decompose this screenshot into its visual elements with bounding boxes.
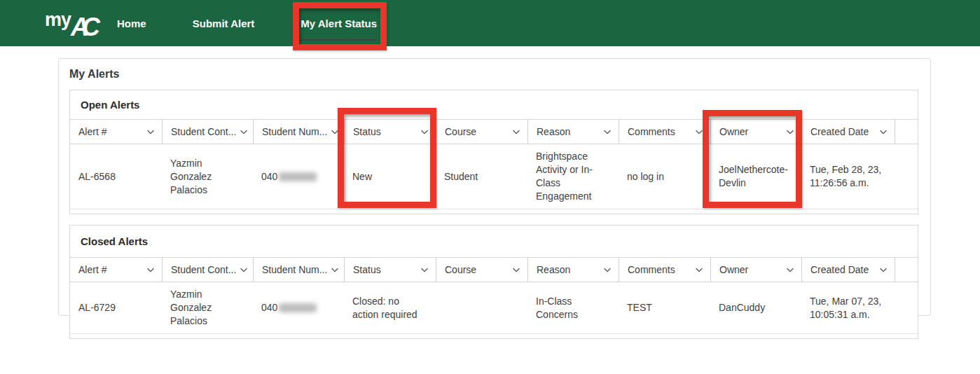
chevron-down-icon[interactable] <box>878 265 888 275</box>
column-header-alert-number[interactable]: Alert # <box>70 258 162 282</box>
column-header-course[interactable]: Course <box>436 120 527 144</box>
cell-course <box>436 282 527 333</box>
nav-submit-alert[interactable]: Submit Alert <box>193 12 255 35</box>
page: myAC Home Submit Alert My Alert Status M… <box>0 0 980 374</box>
column-header-comments[interactable]: Comments <box>619 120 710 144</box>
column-header-comments[interactable]: Comments <box>619 258 710 282</box>
open-alerts-title: Open Alerts <box>70 90 918 120</box>
table-row: AL-6568 Yazmin Gonzalez Palacios 040 New… <box>70 144 918 209</box>
column-header-created-date[interactable]: Created Date <box>801 120 895 144</box>
chevron-down-icon[interactable] <box>511 265 521 275</box>
open-alerts-table: Open Alerts Alert # Student Cont... Stud… <box>69 90 918 214</box>
chevron-down-icon[interactable] <box>239 127 249 137</box>
closed-alerts-header-row: Alert # Student Cont... Student Num... S… <box>70 258 918 282</box>
cell-owner: JoelNethercote-Devlin <box>710 144 801 209</box>
cell-alert-number: AL-6568 <box>70 144 162 209</box>
redacted-student-number <box>279 172 317 181</box>
column-header-student-contact[interactable]: Student Cont... <box>162 258 253 282</box>
column-header-created-date[interactable]: Created Date <box>801 258 895 282</box>
chevron-down-icon[interactable] <box>785 127 795 137</box>
nav-my-alert-status[interactable]: My Alert Status <box>301 12 377 35</box>
cell-created-date: Tue, Mar 07, 23, 10:05:31 a.m. <box>801 282 895 333</box>
cell-student-contact: Yazmin Gonzalez Palacios <box>162 144 253 209</box>
cell-created-date: Tue, Feb 28, 23, 11:26:56 a.m. <box>801 144 895 209</box>
cell-status: Closed: no action required <box>344 282 436 333</box>
cell-comments: no log in <box>619 144 710 209</box>
column-header-student-contact[interactable]: Student Cont... <box>162 120 253 144</box>
open-alerts-header-row: Alert # Student Cont... Student Num... S… <box>70 120 918 144</box>
cell-reason: In-Class Concerns <box>527 282 619 333</box>
nav-home[interactable]: Home <box>117 12 146 35</box>
row-spacer-cell <box>895 144 918 209</box>
logo-text-my: my <box>45 11 71 29</box>
cell-student-contact: Yazmin Gonzalez Palacios <box>162 282 253 333</box>
column-header-status[interactable]: Status <box>344 120 436 144</box>
chevron-down-icon[interactable] <box>239 265 249 275</box>
column-header-course[interactable]: Course <box>436 258 527 282</box>
redacted-student-number <box>279 303 317 312</box>
chevron-down-icon[interactable] <box>602 127 612 137</box>
column-header-reason[interactable]: Reason <box>527 258 619 282</box>
chevron-down-icon[interactable] <box>146 127 156 137</box>
chevron-down-icon[interactable] <box>694 265 704 275</box>
closed-alerts-title: Closed Alerts <box>70 226 918 258</box>
header-spacer-cell <box>895 120 918 144</box>
column-header-student-number[interactable]: Student Num... <box>253 120 344 144</box>
top-nav-bar: myAC Home Submit Alert My Alert Status <box>0 0 980 46</box>
my-alerts-panel: My Alerts Open Alerts Alert # Student Co… <box>58 58 931 316</box>
column-header-owner[interactable]: Owner <box>710 258 801 282</box>
myac-logo[interactable]: myAC <box>45 6 102 40</box>
column-header-status[interactable]: Status <box>344 258 436 282</box>
logo-text-ac: AC <box>71 15 102 40</box>
table-row: AL-6729 Yazmin Gonzalez Palacios 040 Clo… <box>70 282 918 334</box>
cell-owner: DanCuddy <box>710 282 801 333</box>
chevron-down-icon[interactable] <box>330 127 340 137</box>
page-title: My Alerts <box>69 68 930 81</box>
header-spacer-cell <box>895 258 918 282</box>
cell-reason: Brightspace Activity or In-Class Engagem… <box>527 144 619 209</box>
column-header-student-number[interactable]: Student Num... <box>253 258 344 282</box>
cell-student-number: 040 <box>253 144 344 209</box>
column-header-owner[interactable]: Owner <box>710 120 801 144</box>
cell-status: New <box>344 144 436 209</box>
column-header-reason[interactable]: Reason <box>527 120 619 144</box>
cell-comments: TEST <box>619 282 710 333</box>
column-header-alert-number[interactable]: Alert # <box>70 120 162 144</box>
chevron-down-icon[interactable] <box>694 127 704 137</box>
row-spacer-cell <box>895 282 918 333</box>
chevron-down-icon[interactable] <box>420 127 429 137</box>
cell-alert-number: AL-6729 <box>70 282 162 333</box>
cell-student-number: 040 <box>253 282 344 333</box>
chevron-down-icon[interactable] <box>511 127 521 137</box>
chevron-down-icon[interactable] <box>146 265 156 275</box>
main-nav: Home Submit Alert My Alert Status <box>117 12 423 35</box>
chevron-down-icon[interactable] <box>785 265 795 275</box>
closed-alerts-table: Closed Alerts Alert # Student Cont... St… <box>69 225 918 339</box>
chevron-down-icon[interactable] <box>420 265 429 275</box>
chevron-down-icon[interactable] <box>602 265 612 275</box>
cell-course: Student <box>436 144 527 209</box>
chevron-down-icon[interactable] <box>330 265 340 275</box>
chevron-down-icon[interactable] <box>878 127 888 137</box>
